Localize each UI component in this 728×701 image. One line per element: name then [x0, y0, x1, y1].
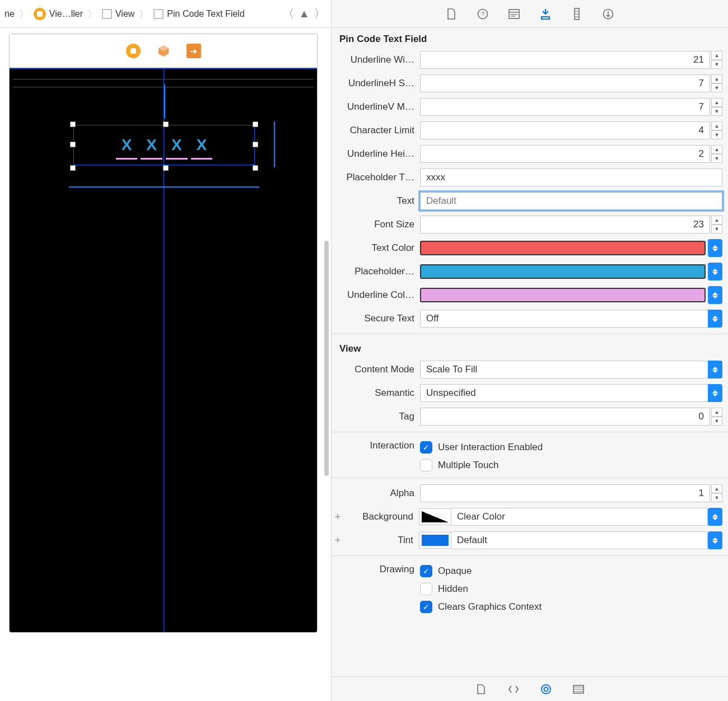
svg-text:?: ? [481, 11, 484, 17]
background-dropdown[interactable] [708, 508, 722, 526]
secure-text-select[interactable]: Off [420, 310, 708, 328]
selection-handle[interactable] [253, 121, 258, 127]
selection-handle[interactable] [70, 121, 76, 127]
underline-width-input[interactable] [420, 51, 710, 69]
selection-handle[interactable] [163, 165, 169, 171]
placeholder-color-dropdown[interactable] [708, 263, 722, 281]
selection-handle[interactable] [253, 142, 258, 147]
selection-handle[interactable] [70, 142, 76, 147]
label-underlinev-margin: UnderlineV M… [332, 101, 420, 113]
attributes-inspector-icon[interactable] [539, 8, 552, 20]
object-library-icon[interactable] [540, 683, 552, 695]
underlinev-margin-stepper[interactable]: ▲▼ [711, 98, 722, 116]
text-color-well[interactable] [420, 241, 706, 255]
background-swatch[interactable] [419, 508, 451, 525]
secure-text-dropdown[interactable] [708, 310, 722, 328]
selection-handle[interactable] [163, 121, 169, 127]
canvas[interactable]: ➜ X X X X [0, 28, 331, 701]
multiple-touch-checkbox[interactable] [420, 459, 432, 471]
multiple-touch-label: Multiple Touch [438, 460, 498, 471]
content-mode-dropdown[interactable] [708, 361, 722, 378]
clears-graphics-checkbox[interactable]: ✓ [420, 601, 432, 613]
media-library-icon[interactable] [572, 683, 585, 695]
underline-color-well[interactable] [420, 288, 706, 302]
alpha-input[interactable] [420, 484, 710, 502]
identity-inspector-icon[interactable] [508, 8, 520, 20]
label-placeholder-text: Placeholder T… [332, 172, 420, 183]
add-tint-button[interactable]: + [332, 535, 344, 546]
placeholder-text-input[interactable] [420, 169, 722, 186]
clears-graphics-label: Clears Graphics Context [438, 601, 542, 613]
underlinev-margin-input[interactable] [420, 98, 710, 116]
label-interaction: Interaction [332, 440, 420, 451]
breadcrumb-item-view[interactable]: View [100, 8, 137, 20]
constraint-top[interactable] [164, 85, 165, 118]
constraint-width[interactable] [69, 186, 259, 188]
exit-icon[interactable]: ➜ [186, 44, 201, 58]
pin-char: X [171, 136, 182, 154]
scrollbar[interactable] [324, 241, 329, 476]
opaque-checkbox[interactable]: ✓ [420, 565, 432, 577]
semantic-dropdown[interactable] [708, 384, 722, 402]
help-inspector-icon[interactable]: ? [477, 8, 489, 20]
connections-inspector-icon[interactable] [602, 8, 614, 20]
constraint-height[interactable] [274, 121, 275, 167]
underlineh-spacing-input[interactable] [420, 74, 710, 92]
file-template-library-icon[interactable] [475, 683, 487, 695]
add-background-button[interactable]: + [332, 511, 344, 523]
tag-stepper[interactable]: ▲▼ [711, 408, 722, 426]
text-input[interactable] [420, 192, 722, 210]
view-icon [102, 9, 112, 19]
chevron-right-icon: 〉 [86, 7, 99, 21]
label-character-limit: Character Limit [332, 125, 420, 136]
underline-height-input[interactable] [420, 145, 710, 163]
underline-color-dropdown[interactable] [708, 286, 722, 304]
breadcrumb-item-pinfield[interactable]: Pin Code Text Field [151, 8, 246, 20]
nav-forward-icon[interactable]: 〉 [314, 6, 325, 21]
underline-width-stepper[interactable]: ▲▼ [711, 51, 722, 69]
view-icon [153, 9, 164, 19]
tag-input[interactable] [420, 408, 710, 426]
device-view[interactable]: X X X X [10, 68, 317, 632]
pin-char: X [122, 136, 132, 154]
breadcrumb-item-viewcontroller[interactable]: Vie…ller [31, 7, 85, 21]
size-inspector-icon[interactable] [571, 8, 583, 20]
font-size-stepper[interactable]: ▲▼ [711, 216, 722, 233]
hidden-checkbox[interactable] [420, 583, 432, 595]
pin-char: X [197, 136, 207, 154]
label-text-color: Text Color [332, 242, 420, 254]
selection-handle[interactable] [253, 165, 258, 171]
label-underline-color: Underline Col… [332, 289, 420, 301]
file-inspector-icon[interactable] [445, 8, 458, 20]
user-interaction-label: User Interaction Enabled [438, 442, 543, 453]
section-title-view: View [332, 338, 728, 358]
user-interaction-checkbox[interactable]: ✓ [420, 441, 432, 454]
placeholder-color-well[interactable] [420, 264, 706, 279]
chevron-right-icon: 〉 [18, 7, 30, 21]
label-underline-height: Underline Hei… [332, 148, 420, 160]
alpha-stepper[interactable]: ▲▼ [711, 484, 722, 502]
pin-code-text-field[interactable]: X X X X [63, 118, 265, 174]
background-select[interactable]: Clear Color [451, 508, 708, 526]
warning-icon[interactable]: ▲ [298, 7, 310, 20]
tint-dropdown[interactable] [708, 531, 722, 549]
tint-swatch[interactable] [419, 532, 451, 549]
semantic-select[interactable]: Unspecified [420, 384, 708, 402]
text-color-dropdown[interactable] [708, 239, 722, 257]
breadcrumb-label: Pin Code Text Field [167, 9, 244, 19]
character-limit-input[interactable] [420, 121, 710, 139]
code-snippet-library-icon[interactable] [507, 683, 520, 695]
first-responder-icon[interactable] [156, 44, 171, 58]
svg-rect-2 [509, 10, 519, 18]
scene-toolbar: ➜ [10, 34, 317, 68]
underlineh-spacing-stepper[interactable]: ▲▼ [711, 74, 722, 92]
underline-height-stepper[interactable]: ▲▼ [711, 145, 722, 163]
content-mode-select[interactable]: Scale To Fill [420, 361, 708, 378]
tint-select[interactable]: Default [451, 531, 708, 549]
breadcrumb-item-scene[interactable]: ne [2, 8, 17, 20]
scene-entry-icon[interactable] [126, 44, 141, 58]
nav-back-icon[interactable]: 〈 [283, 6, 294, 21]
font-size-input[interactable] [420, 216, 710, 233]
selection-handle[interactable] [70, 165, 76, 171]
character-limit-stepper[interactable]: ▲▼ [711, 121, 722, 139]
